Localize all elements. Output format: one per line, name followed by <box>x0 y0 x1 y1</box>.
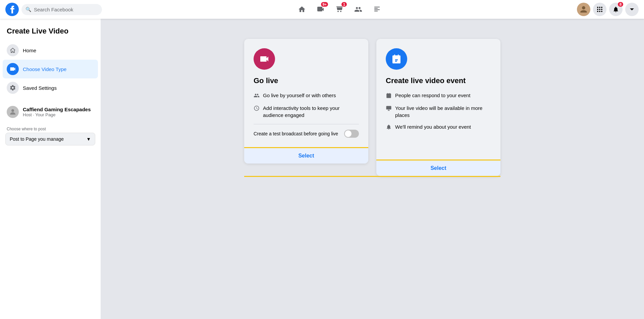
svg-point-5 <box>601 7 602 8</box>
live-event-card: Create live video event People can respo… <box>376 39 500 176</box>
marketplace-badge: 1 <box>341 2 347 7</box>
svg-rect-18 <box>386 106 391 110</box>
nav-home-btn[interactable] <box>294 1 310 17</box>
live-event-icon <box>386 48 407 70</box>
search-icon: 🔍 <box>25 7 31 12</box>
saved-settings-icon <box>7 82 19 94</box>
page-name: Caffiend Gaming Escapades <box>23 107 91 112</box>
sidebar-title: Create Live Video <box>3 24 98 41</box>
live-event-feature-1-text: People can respond to your event <box>395 92 470 99</box>
sidebar-item-home[interactable]: Home <box>3 41 98 60</box>
go-live-toggle-row: Create a test broadcast before going liv… <box>254 130 359 140</box>
go-live-feature-2: Add interactivity tools to keep your aud… <box>254 105 359 119</box>
live-event-feature-2: Your live video will be available in mor… <box>386 105 491 119</box>
nav-groups-btn[interactable] <box>350 1 366 17</box>
svg-rect-13 <box>392 55 400 63</box>
dropdown-value: Post to Page you manage <box>10 136 64 142</box>
go-live-card-body: Go live Go live by yourself or with othe… <box>244 39 368 147</box>
svg-point-10 <box>599 11 600 12</box>
live-event-card-body: Create live video event People can respo… <box>376 39 500 160</box>
svg-marker-2 <box>322 8 324 11</box>
go-live-select-btn[interactable]: Select <box>244 148 368 164</box>
topnav-right-section: 8 <box>577 3 639 16</box>
video-type-cards: Go live Go live by yourself or with othe… <box>244 39 500 176</box>
apps-menu-btn[interactable] <box>593 3 606 16</box>
highlight-bottom-bar <box>244 176 500 177</box>
main-content: Go live Go live by yourself or with othe… <box>101 19 644 319</box>
people-icon <box>254 92 260 100</box>
search-input[interactable] <box>34 7 98 12</box>
sidebar-page-item[interactable]: Caffiend Gaming Escapades Host · Your Pa… <box>3 103 98 121</box>
live-event-feature-3: We'll remind you about your event <box>386 123 491 131</box>
nav-video-btn[interactable]: 9+ <box>313 1 329 17</box>
account-menu-btn[interactable] <box>625 3 639 16</box>
nav-news-btn[interactable] <box>369 1 385 17</box>
user-avatar-btn[interactable] <box>577 3 590 16</box>
video-badge: 9+ <box>321 2 328 7</box>
dropdown-label: Choose where to post <box>5 125 95 133</box>
dropdown-chevron-icon: ▼ <box>86 136 91 142</box>
live-event-select-btn[interactable]: Select <box>376 161 500 176</box>
places-icon <box>386 105 392 113</box>
sidebar-item-choose-video-type[interactable]: Choose Video Type <box>3 60 98 78</box>
go-live-divider <box>254 124 359 124</box>
go-live-feature-1-text: Go live by yourself or with others <box>263 92 336 99</box>
sidebar-dropdown-section: Choose where to post Post to Page you ma… <box>3 125 98 145</box>
nav-marketplace-btn[interactable]: 1 <box>331 1 347 17</box>
nav-center-icons: 9+ 1 <box>102 1 577 17</box>
clock-icon <box>254 105 260 113</box>
go-live-title: Go live <box>254 76 359 85</box>
sidebar: Create Live Video Home Choose Video Type… <box>0 19 101 319</box>
facebook-logo[interactable] <box>5 3 19 16</box>
go-live-card: Go live Go live by yourself or with othe… <box>244 39 368 164</box>
top-navigation: 🔍 9+ 1 <box>0 0 644 19</box>
live-event-feature-1: People can respond to your event <box>386 92 491 100</box>
test-broadcast-toggle[interactable] <box>344 130 359 138</box>
go-live-feature-2-text: Add interactivity tools to keep your aud… <box>263 105 359 119</box>
sidebar-item-choose-video-type-label: Choose Video Type <box>23 66 66 72</box>
svg-point-8 <box>601 9 602 10</box>
page-layout: Create Live Video Home Choose Video Type… <box>0 19 644 319</box>
home-icon <box>7 44 19 56</box>
go-live-select-highlight: Select <box>244 147 368 164</box>
svg-point-7 <box>599 9 600 10</box>
notifications-badge: 8 <box>618 2 623 7</box>
page-avatar <box>7 106 19 118</box>
go-live-icon <box>254 48 275 70</box>
live-event-feature-2-text: Your live video will be available in mor… <box>395 105 491 119</box>
svg-point-4 <box>599 7 600 8</box>
sidebar-item-saved-settings-label: Saved Settings <box>23 85 57 91</box>
post-destination-dropdown[interactable]: Post to Page you manage ▼ <box>5 133 95 145</box>
svg-rect-1 <box>317 7 322 11</box>
choose-video-type-icon <box>7 63 19 75</box>
sidebar-item-saved-settings[interactable]: Saved Settings <box>3 78 98 97</box>
live-event-select-highlight: Select <box>376 160 500 176</box>
svg-point-9 <box>597 11 598 12</box>
go-live-feature-1: Go live by yourself or with others <box>254 92 359 100</box>
bell-icon <box>386 124 392 131</box>
svg-point-6 <box>597 9 598 10</box>
svg-rect-17 <box>386 93 391 98</box>
svg-point-11 <box>601 11 602 12</box>
sidebar-item-home-label: Home <box>23 48 36 53</box>
page-info: Caffiend Gaming Escapades Host · Your Pa… <box>23 107 91 117</box>
live-event-title: Create live video event <box>386 76 491 85</box>
search-bar[interactable]: 🔍 <box>21 4 102 15</box>
svg-point-12 <box>11 109 14 112</box>
sidebar-page-section: Caffiend Gaming Escapades Host · Your Pa… <box>3 103 98 121</box>
svg-point-3 <box>597 7 598 8</box>
page-role: Host · Your Page <box>23 112 91 117</box>
notifications-btn[interactable]: 8 <box>609 3 623 16</box>
toggle-label: Create a test broadcast before going liv… <box>254 131 344 137</box>
live-event-feature-3-text: We'll remind you about your event <box>395 123 471 130</box>
calendar-respond-icon <box>386 92 392 100</box>
